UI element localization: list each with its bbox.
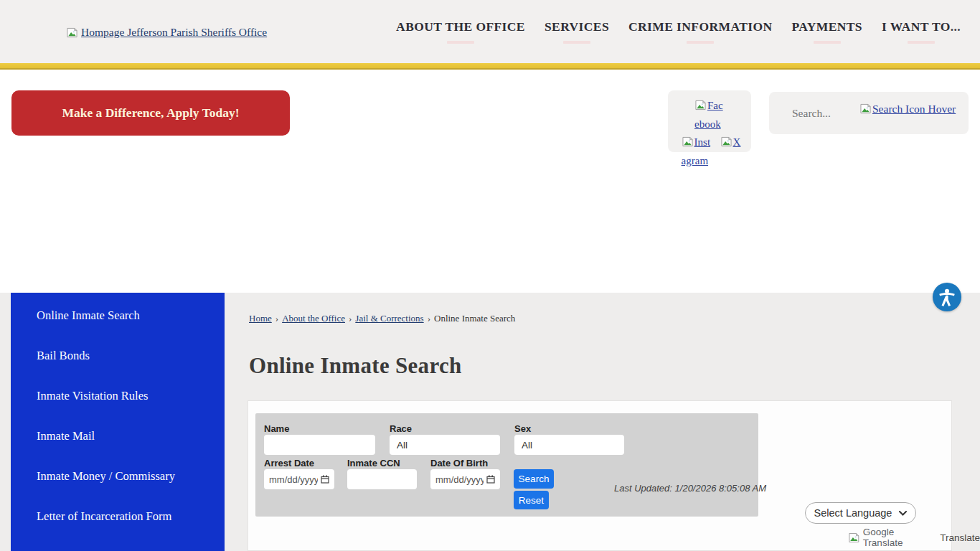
- nav-underline: [447, 41, 474, 44]
- x-twitter-link[interactable]: X: [720, 133, 741, 170]
- sidebar-item-letter-of-incarceration[interactable]: Letter of Incarceration Form: [37, 496, 225, 537]
- home-logo-link[interactable]: Hompage Jefferson Parish Sheriffs Office: [66, 26, 267, 39]
- google-translate-widget[interactable]: Google Translate Translate: [848, 527, 980, 548]
- broken-image-icon: [720, 136, 732, 147]
- calendar-icon[interactable]: [486, 475, 495, 484]
- nav-item-services[interactable]: SERVICES: [545, 19, 609, 44]
- google-translate-icon: [848, 532, 860, 543]
- nav-underline: [563, 41, 590, 44]
- nav-item-i-want-to[interactable]: I WANT TO...: [882, 19, 961, 44]
- breadcrumb: Home›About the Office›Jail & Corrections…: [249, 313, 515, 324]
- last-updated-text: Last Updated: 1/20/2026 8:05:08 AM: [614, 483, 750, 494]
- broken-image-icon: [66, 27, 78, 38]
- inmate-ccn-label: Inmate CCN: [347, 458, 400, 468]
- sidebar-item-online-inmate-search[interactable]: Online Inmate Search: [37, 296, 225, 336]
- broken-image-icon: [694, 100, 707, 110]
- breadcrumb-separator: ›: [428, 313, 430, 324]
- nav-item-crime-information[interactable]: CRIME INFORMATION: [628, 19, 772, 44]
- search-button[interactable]: Search: [514, 469, 554, 489]
- breadcrumb-separator: ›: [349, 313, 352, 324]
- arrest-date-label: Arrest Date: [264, 458, 314, 468]
- language-select[interactable]: Select Language: [805, 502, 916, 524]
- accessibility-icon: [936, 286, 958, 308]
- breadcrumb-current: Online Inmate Search: [434, 313, 515, 324]
- date-of-birth-input[interactable]: mm/dd/yyyy: [430, 469, 500, 489]
- search-input[interactable]: [792, 107, 854, 120]
- logo-alt-text: Hompage Jefferson Parish Sheriffs Office: [81, 26, 267, 39]
- search-submit-link[interactable]: Search Icon Hover: [859, 103, 956, 116]
- chevron-down-icon: [899, 511, 907, 516]
- sidebar-item-inmate-visitation-rules[interactable]: Inmate Visitation Rules: [37, 376, 225, 416]
- page-title: Online Inmate Search: [249, 353, 462, 379]
- reset-button[interactable]: Reset: [514, 491, 549, 509]
- accessibility-widget-button[interactable]: [933, 283, 961, 311]
- breadcrumb-home[interactable]: Home: [249, 313, 272, 324]
- date-of-birth-label: Date Of Birth: [430, 458, 488, 468]
- breadcrumb-separator: ›: [275, 313, 278, 324]
- yellow-divider: [0, 63, 980, 70]
- facebook-link[interactable]: Facebook: [694, 97, 727, 133]
- nav-underline: [687, 41, 714, 44]
- sidebar-item-inmate-mail[interactable]: Inmate Mail: [37, 416, 225, 456]
- name-label: Name: [264, 423, 289, 434]
- main-nav: ABOUT THE OFFICE SERVICES CRIME INFORMAT…: [396, 0, 961, 63]
- instagram-link[interactable]: Instagram: [682, 133, 715, 170]
- race-select[interactable]: All: [390, 435, 500, 455]
- nav-item-about-the-office[interactable]: ABOUT THE OFFICE: [396, 19, 525, 44]
- broken-image-icon: [682, 136, 694, 147]
- race-label: Race: [390, 423, 412, 434]
- calendar-icon[interactable]: [321, 475, 329, 484]
- inmate-search-form-panel: [255, 413, 758, 517]
- sex-label: Sex: [514, 423, 531, 434]
- sidebar-nav: Online Inmate Search Bail Bonds Inmate V…: [11, 293, 225, 551]
- nav-underline: [908, 41, 935, 44]
- sidebar-item-inmate-money-commissary[interactable]: Inmate Money / Commissary: [37, 456, 225, 496]
- sex-select[interactable]: All: [514, 435, 624, 455]
- nav-item-payments[interactable]: PAYMENTS: [791, 19, 862, 44]
- social-links-box: Facebook Instagram X: [668, 90, 751, 152]
- breadcrumb-about-the-office[interactable]: About the Office: [282, 313, 345, 324]
- breadcrumb-jail-corrections[interactable]: Jail & Corrections: [355, 313, 423, 324]
- name-input[interactable]: [264, 435, 375, 455]
- search-icon: [859, 103, 872, 114]
- nav-underline: [814, 41, 841, 44]
- translate-link[interactable]: Translate: [940, 532, 980, 543]
- arrest-date-input[interactable]: mm/dd/yyyy: [264, 469, 334, 489]
- google-translate-alt-text: Google Translate: [863, 527, 936, 548]
- site-search-box: Search Icon Hover: [769, 92, 969, 134]
- sidebar-item-bail-bonds[interactable]: Bail Bonds: [37, 336, 225, 376]
- site-header: Hompage Jefferson Parish Sheriffs Office…: [0, 0, 980, 63]
- inmate-ccn-input[interactable]: [347, 469, 417, 489]
- apply-today-button[interactable]: Make a Difference, Apply Today!: [11, 90, 290, 136]
